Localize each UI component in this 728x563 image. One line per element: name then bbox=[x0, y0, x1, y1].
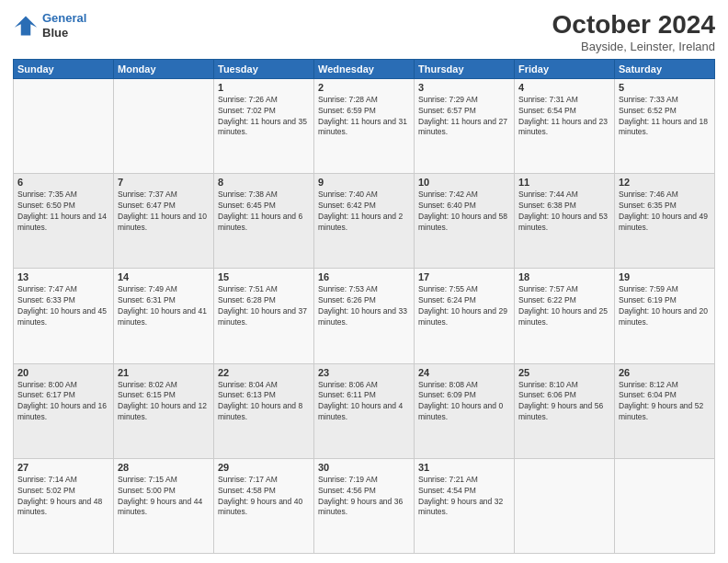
day-info: Sunrise: 8:12 AM Sunset: 6:04 PM Dayligh… bbox=[619, 380, 711, 424]
calendar-cell: 16Sunrise: 7:53 AM Sunset: 6:26 PM Dayli… bbox=[314, 269, 415, 363]
subtitle: Bayside, Leinster, Ireland bbox=[552, 40, 715, 53]
calendar-cell: 7Sunrise: 7:37 AM Sunset: 6:47 PM Daylig… bbox=[114, 174, 214, 269]
day-info: Sunrise: 7:40 AM Sunset: 6:42 PM Dayligh… bbox=[318, 190, 410, 234]
day-number: 10 bbox=[418, 177, 510, 188]
day-number: 8 bbox=[218, 177, 310, 188]
calendar-cell bbox=[114, 78, 214, 173]
calendar-cell: 19Sunrise: 7:59 AM Sunset: 6:19 PM Dayli… bbox=[615, 269, 715, 363]
calendar-cell: 6Sunrise: 7:35 AM Sunset: 6:50 PM Daylig… bbox=[14, 174, 114, 269]
day-header-monday: Monday bbox=[114, 59, 214, 78]
day-info: Sunrise: 7:55 AM Sunset: 6:24 PM Dayligh… bbox=[418, 284, 510, 328]
day-info: Sunrise: 7:59 AM Sunset: 6:19 PM Dayligh… bbox=[619, 284, 711, 328]
calendar-cell: 1Sunrise: 7:26 AM Sunset: 7:02 PM Daylig… bbox=[214, 78, 314, 173]
day-info: Sunrise: 7:19 AM Sunset: 4:56 PM Dayligh… bbox=[318, 475, 410, 519]
day-number: 23 bbox=[318, 367, 410, 378]
calendar-cell: 24Sunrise: 8:08 AM Sunset: 6:09 PM Dayli… bbox=[415, 363, 515, 458]
calendar-cell: 20Sunrise: 8:00 AM Sunset: 6:17 PM Dayli… bbox=[14, 363, 114, 458]
calendar-cell: 27Sunrise: 7:14 AM Sunset: 5:02 PM Dayli… bbox=[14, 458, 114, 553]
day-info: Sunrise: 7:53 AM Sunset: 6:26 PM Dayligh… bbox=[318, 284, 410, 328]
calendar-cell: 22Sunrise: 8:04 AM Sunset: 6:13 PM Dayli… bbox=[214, 363, 314, 458]
calendar-cell: 5Sunrise: 7:33 AM Sunset: 6:52 PM Daylig… bbox=[615, 78, 715, 173]
day-number: 28 bbox=[118, 462, 210, 473]
calendar-cell bbox=[14, 78, 114, 173]
day-number: 6 bbox=[17, 177, 109, 188]
calendar-week-row: 6Sunrise: 7:35 AM Sunset: 6:50 PM Daylig… bbox=[14, 174, 715, 269]
calendar-cell: 28Sunrise: 7:15 AM Sunset: 5:00 PM Dayli… bbox=[114, 458, 214, 553]
calendar-cell: 21Sunrise: 8:02 AM Sunset: 6:15 PM Dayli… bbox=[114, 363, 214, 458]
calendar-week-row: 27Sunrise: 7:14 AM Sunset: 5:02 PM Dayli… bbox=[14, 458, 715, 553]
day-header-wednesday: Wednesday bbox=[314, 59, 415, 78]
calendar-cell: 26Sunrise: 8:12 AM Sunset: 6:04 PM Dayli… bbox=[615, 363, 715, 458]
calendar-cell: 29Sunrise: 7:17 AM Sunset: 4:58 PM Dayli… bbox=[214, 458, 314, 553]
calendar-cell: 23Sunrise: 8:06 AM Sunset: 6:11 PM Dayli… bbox=[314, 363, 415, 458]
calendar: SundayMondayTuesdayWednesdayThursdayFrid… bbox=[13, 59, 715, 554]
day-number: 22 bbox=[218, 367, 310, 378]
calendar-cell: 10Sunrise: 7:42 AM Sunset: 6:40 PM Dayli… bbox=[415, 174, 515, 269]
day-info: Sunrise: 8:08 AM Sunset: 6:09 PM Dayligh… bbox=[418, 380, 510, 424]
day-number: 27 bbox=[17, 462, 109, 473]
calendar-cell: 17Sunrise: 7:55 AM Sunset: 6:24 PM Dayli… bbox=[415, 269, 515, 363]
calendar-cell: 30Sunrise: 7:19 AM Sunset: 4:56 PM Dayli… bbox=[314, 458, 415, 553]
day-number: 5 bbox=[619, 82, 711, 93]
calendar-cell: 12Sunrise: 7:46 AM Sunset: 6:35 PM Dayli… bbox=[615, 174, 715, 269]
day-info: Sunrise: 7:33 AM Sunset: 6:52 PM Dayligh… bbox=[619, 95, 711, 139]
day-info: Sunrise: 7:47 AM Sunset: 6:33 PM Dayligh… bbox=[17, 284, 109, 328]
day-header-thursday: Thursday bbox=[415, 59, 515, 78]
day-number: 11 bbox=[518, 177, 610, 188]
day-info: Sunrise: 7:44 AM Sunset: 6:38 PM Dayligh… bbox=[518, 190, 610, 234]
day-number: 3 bbox=[418, 82, 510, 93]
day-number: 19 bbox=[619, 271, 711, 282]
day-number: 2 bbox=[318, 82, 410, 93]
day-number: 26 bbox=[619, 367, 711, 378]
day-number: 20 bbox=[17, 367, 109, 378]
title-block: October 2024 Bayside, Leinster, Ireland bbox=[552, 11, 715, 53]
calendar-cell: 25Sunrise: 8:10 AM Sunset: 6:06 PM Dayli… bbox=[515, 363, 615, 458]
calendar-cell: 15Sunrise: 7:51 AM Sunset: 6:28 PM Dayli… bbox=[214, 269, 314, 363]
day-info: Sunrise: 8:06 AM Sunset: 6:11 PM Dayligh… bbox=[318, 380, 410, 424]
calendar-cell: 2Sunrise: 7:28 AM Sunset: 6:59 PM Daylig… bbox=[314, 78, 415, 173]
day-number: 9 bbox=[318, 177, 410, 188]
day-info: Sunrise: 8:00 AM Sunset: 6:17 PM Dayligh… bbox=[17, 380, 109, 424]
day-number: 12 bbox=[619, 177, 711, 188]
day-header-saturday: Saturday bbox=[615, 59, 715, 78]
day-info: Sunrise: 7:51 AM Sunset: 6:28 PM Dayligh… bbox=[218, 284, 310, 328]
calendar-cell: 8Sunrise: 7:38 AM Sunset: 6:45 PM Daylig… bbox=[214, 174, 314, 269]
main-title: October 2024 bbox=[552, 11, 715, 40]
day-info: Sunrise: 8:10 AM Sunset: 6:06 PM Dayligh… bbox=[518, 380, 610, 424]
day-number: 24 bbox=[418, 367, 510, 378]
day-info: Sunrise: 7:17 AM Sunset: 4:58 PM Dayligh… bbox=[218, 475, 310, 519]
day-number: 31 bbox=[418, 462, 510, 473]
day-info: Sunrise: 7:35 AM Sunset: 6:50 PM Dayligh… bbox=[17, 190, 109, 234]
calendar-cell bbox=[615, 458, 715, 553]
day-number: 7 bbox=[118, 177, 210, 188]
day-info: Sunrise: 7:28 AM Sunset: 6:59 PM Dayligh… bbox=[318, 95, 410, 139]
day-info: Sunrise: 7:26 AM Sunset: 7:02 PM Dayligh… bbox=[218, 95, 310, 139]
day-number: 13 bbox=[17, 271, 109, 282]
day-header-sunday: Sunday bbox=[14, 59, 114, 78]
calendar-week-row: 20Sunrise: 8:00 AM Sunset: 6:17 PM Dayli… bbox=[14, 363, 715, 458]
day-number: 1 bbox=[218, 82, 310, 93]
calendar-cell: 3Sunrise: 7:29 AM Sunset: 6:57 PM Daylig… bbox=[415, 78, 515, 173]
page: General Blue October 2024 Bayside, Leins… bbox=[0, 0, 728, 563]
day-info: Sunrise: 7:15 AM Sunset: 5:00 PM Dayligh… bbox=[118, 475, 210, 519]
day-number: 29 bbox=[218, 462, 310, 473]
calendar-cell: 31Sunrise: 7:21 AM Sunset: 4:54 PM Dayli… bbox=[415, 458, 515, 553]
header: General Blue October 2024 Bayside, Leins… bbox=[13, 11, 715, 53]
day-number: 4 bbox=[518, 82, 610, 93]
day-info: Sunrise: 8:02 AM Sunset: 6:15 PM Dayligh… bbox=[118, 380, 210, 424]
day-number: 17 bbox=[418, 271, 510, 282]
day-number: 18 bbox=[518, 271, 610, 282]
day-info: Sunrise: 7:29 AM Sunset: 6:57 PM Dayligh… bbox=[418, 95, 510, 139]
day-header-tuesday: Tuesday bbox=[214, 59, 314, 78]
day-info: Sunrise: 7:38 AM Sunset: 6:45 PM Dayligh… bbox=[218, 190, 310, 234]
logo-text: General Blue bbox=[42, 11, 86, 40]
day-info: Sunrise: 7:14 AM Sunset: 5:02 PM Dayligh… bbox=[17, 475, 109, 519]
day-info: Sunrise: 7:31 AM Sunset: 6:54 PM Dayligh… bbox=[518, 95, 610, 139]
calendar-cell: 14Sunrise: 7:49 AM Sunset: 6:31 PM Dayli… bbox=[114, 269, 214, 363]
day-info: Sunrise: 7:57 AM Sunset: 6:22 PM Dayligh… bbox=[518, 284, 610, 328]
calendar-cell: 9Sunrise: 7:40 AM Sunset: 6:42 PM Daylig… bbox=[314, 174, 415, 269]
calendar-header-row: SundayMondayTuesdayWednesdayThursdayFrid… bbox=[14, 59, 715, 78]
day-header-friday: Friday bbox=[515, 59, 615, 78]
calendar-cell: 13Sunrise: 7:47 AM Sunset: 6:33 PM Dayli… bbox=[14, 269, 114, 363]
day-info: Sunrise: 7:42 AM Sunset: 6:40 PM Dayligh… bbox=[418, 190, 510, 234]
